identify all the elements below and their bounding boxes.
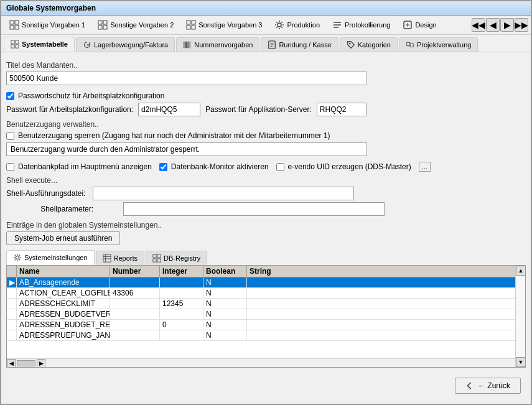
eintraege-section: Einträge in den globalen Systemeinstellu… <box>6 221 526 245</box>
hscroll-left[interactable]: ◀ <box>7 359 16 368</box>
td-boolean: N <box>203 288 247 298</box>
tab-reports[interactable]: Reports <box>96 251 145 265</box>
td-number: 43306 <box>110 288 160 298</box>
passwort-server-input[interactable] <box>317 103 366 116</box>
gear-icon <box>274 20 284 30</box>
btn-protokollierung[interactable]: Protokollierung <box>327 17 396 32</box>
btn-sonstige3[interactable]: Sonstige Vorgaben 3 <box>180 17 268 32</box>
tab-kategorien[interactable]: Kategorien <box>340 37 398 52</box>
btn-sonstige1[interactable]: Sonstige Vorgaben 1 <box>4 17 91 32</box>
td-number <box>110 277 160 287</box>
svg-rect-1 <box>15 21 19 24</box>
passwort-checkbox[interactable] <box>6 92 14 100</box>
tab-rundung[interactable]: Rundung / Kasse <box>261 37 338 52</box>
svg-rect-11 <box>192 26 195 29</box>
td-string <box>247 277 515 287</box>
grid-icon <box>11 40 19 49</box>
btn-sonstige2[interactable]: Sonstige Vorgaben 2 <box>92 17 179 32</box>
td-name: ACTION_CLEAR_LOGFILE <box>17 288 110 298</box>
passwort-server-label: Passwort für Applikation-Server: <box>205 105 312 114</box>
passwort-arbeitsplatz-input[interactable] <box>138 103 200 116</box>
nav-prev[interactable]: ◀ <box>486 18 500 32</box>
td-name: ADRESSPRUEFUNG_JANI <box>17 330 110 340</box>
horizontal-scrollbar[interactable]: ◀ ▶ <box>7 358 515 367</box>
datenbank-monitor-label: Datenbank-Monitor aktivieren <box>171 162 269 171</box>
arrow-left-icon-fixed <box>465 381 474 390</box>
tab-systemeinstellungen[interactable]: Systemeinstellungen <box>6 250 95 265</box>
ellipsis-button[interactable]: ... <box>419 162 431 172</box>
scroll-down[interactable]: ▼ <box>516 357 526 367</box>
eintraege-label: Einträge in den globalen Systemeinstellu… <box>6 221 526 230</box>
table-row[interactable]: ADRESSEN_BUDGET_RE 0 N <box>7 320 515 330</box>
scroll-up[interactable]: ▲ <box>516 266 526 276</box>
th-integer: Integer <box>160 266 203 277</box>
table-row[interactable]: ADRESSPRUEFUNG_JANI N <box>7 330 515 341</box>
td-name: ADRESSCHECKLIMIT <box>17 299 110 309</box>
datenbank-monitor-checkbox[interactable] <box>159 163 167 171</box>
td-string <box>247 330 515 340</box>
td-string <box>247 309 515 319</box>
table-header: Name Number Integer Boolean String <box>7 266 515 277</box>
btn-design[interactable]: Design <box>397 17 442 32</box>
shell-ausfuehrungsdatei-input[interactable] <box>93 187 354 200</box>
th-arrow <box>7 266 17 277</box>
datenbankpfad-checkbox[interactable] <box>6 163 14 171</box>
barcode-icon <box>183 40 192 49</box>
svg-rect-10 <box>187 26 190 29</box>
td-arrow <box>7 330 17 340</box>
svg-rect-7 <box>103 26 107 29</box>
passwort-fields-row: Passwort für Arbeitsplatzkonfiguration: … <box>6 103 526 116</box>
td-boolean: N <box>203 320 247 330</box>
benutzerzugang-status: Benutzerzugang wurde durch den Administr… <box>6 142 367 156</box>
td-number <box>110 320 160 330</box>
td-arrow: ▶ <box>7 277 17 287</box>
td-number <box>110 299 160 309</box>
tab-projektverwaltung[interactable]: Projektverwaltung <box>399 37 478 52</box>
grid2-icon <box>152 254 161 263</box>
td-arrow <box>7 299 17 309</box>
svg-rect-2 <box>10 26 14 29</box>
table-row[interactable]: ACTION_CLEAR_LOGFILE 43306 N <box>7 288 515 299</box>
nav-first[interactable]: ◀◀ <box>472 18 485 32</box>
table-row[interactable]: ▶ AB_Ansagenende N <box>7 277 515 288</box>
tab-lagerbewegung[interactable]: Lagerbewegung/Faktura <box>76 37 175 52</box>
evendo-uid-checkbox[interactable] <box>276 163 284 171</box>
shell-label: Shell execute... <box>6 176 526 185</box>
td-name: ADRESSEN_BUDGETVER <box>17 309 110 319</box>
tab-db-registry[interactable]: DB-Registry <box>146 251 207 265</box>
svg-rect-19 <box>11 45 14 48</box>
tab-systemtabelle[interactable]: Systemtabelle <box>4 37 75 52</box>
svg-rect-18 <box>16 40 19 44</box>
table-row[interactable]: ADRESSCHECKLIMIT 12345 N <box>7 299 515 309</box>
window-title: Globale Systemvorgaben <box>6 4 96 12</box>
zuruck-button-fixed[interactable]: ← Zurück <box>455 378 521 394</box>
tab-row-2: Systemtabelle Lagerbewegung/Faktura Numm… <box>1 35 531 52</box>
th-name: Name <box>17 266 110 277</box>
system-job-button[interactable]: System-Job erneut ausführen <box>6 231 120 245</box>
td-integer: 12345 <box>160 299 203 309</box>
grid-icon <box>186 20 196 30</box>
tab-nummernvorgaben[interactable]: Nummernvorgaben <box>176 37 259 52</box>
nav-next[interactable]: ▶ <box>500 18 514 32</box>
svg-rect-41 <box>153 259 156 262</box>
shellparameter-input[interactable] <box>123 202 385 216</box>
datenbank-monitor-row: Datenbank-Monitor aktivieren <box>159 162 269 171</box>
td-number <box>110 330 160 340</box>
td-integer: 0 <box>160 320 203 330</box>
benutzerzugang-sperren-checkbox[interactable] <box>6 132 14 140</box>
hscroll-right[interactable]: ▶ <box>37 359 45 368</box>
nav-last[interactable]: ▶▶ <box>515 18 528 32</box>
table-row[interactable]: ADRESSEN_BUDGETVER N <box>7 309 515 320</box>
passwort-arbeitsplatz-label: Passwort für Arbeitsplatzkonfiguration: <box>6 105 133 114</box>
titel-input[interactable] <box>6 72 367 85</box>
shellparameter-row: Shellparameter: <box>6 202 526 216</box>
scroll-track[interactable] <box>516 276 525 357</box>
evendo-uid-row: e-vendo UID erzeugen (DDS-Master) <box>276 162 411 171</box>
hscroll-thumb[interactable] <box>17 360 35 366</box>
btn-produktion[interactable]: Produktion <box>269 17 325 32</box>
svg-point-34 <box>16 256 19 259</box>
grid-icon <box>98 20 108 30</box>
td-integer <box>160 288 203 298</box>
td-name: ADRESSEN_BUDGET_RE <box>17 320 110 330</box>
titel-label: Titel des Mandanten.. <box>6 61 526 70</box>
